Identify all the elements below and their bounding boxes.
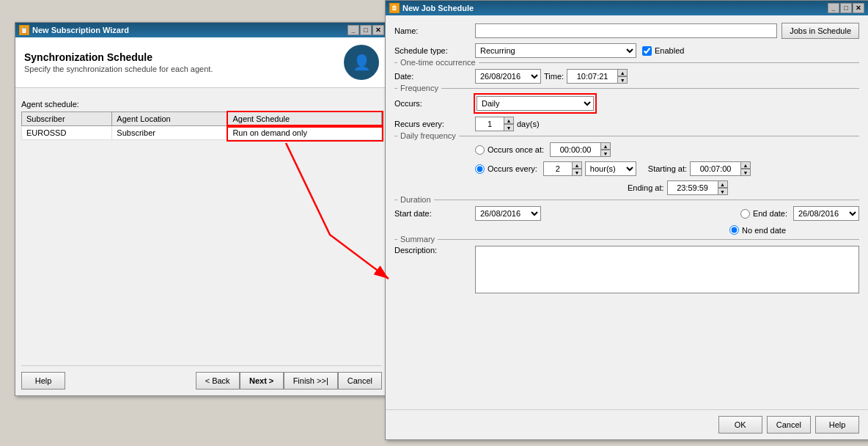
ending-input[interactable]	[667, 180, 718, 195]
recurs-input[interactable]	[475, 117, 504, 131]
occurs-label: Occurs:	[394, 99, 475, 108]
occurs-row: Occurs: Daily	[394, 95, 859, 112]
wizard-body: Agent schedule: Subscriber Agent Locatio…	[15, 94, 388, 152]
daily-frequency-label: Daily frequency	[397, 131, 459, 140]
occurs-every-down-btn[interactable]: ▼	[572, 169, 582, 176]
start-date-select[interactable]: 26/08/2016	[475, 206, 541, 221]
no-end-date-radio[interactable]	[729, 225, 739, 235]
wizard-header-icon: 👤	[344, 45, 379, 80]
ok-button[interactable]: OK	[718, 416, 762, 434]
name-label: Name:	[394, 26, 475, 35]
time-down-btn[interactable]: ▼	[617, 76, 628, 84]
job-minimize-btn[interactable]: _	[828, 3, 839, 13]
schedule-type-label: Schedule type:	[394, 46, 475, 55]
occurs-every-text: Occurs every:	[488, 164, 537, 173]
occurs-once-down-btn[interactable]: ▼	[600, 150, 611, 157]
cancel-button[interactable]: Cancel	[338, 372, 382, 390]
ending-up-btn[interactable]: ▲	[718, 180, 728, 188]
description-textarea[interactable]	[475, 246, 859, 293]
occurs-every-label: Occurs every:	[475, 164, 537, 174]
ending-down-btn[interactable]: ▼	[718, 188, 728, 195]
col-agent-schedule: Agent Schedule	[228, 112, 382, 126]
job-close-btn[interactable]: ✕	[853, 3, 864, 13]
starting-input[interactable]	[690, 161, 741, 176]
wizard-minimize-btn[interactable]: _	[347, 25, 359, 35]
ending-row: Ending at: ▲ ▼	[394, 180, 859, 195]
wizard-heading: Synchronization Schedule	[24, 51, 213, 63]
time-input[interactable]	[567, 69, 618, 84]
time-up-btn[interactable]: ▲	[617, 69, 628, 76]
cell-schedule: Run on demand only	[228, 126, 382, 140]
recurs-unit: day(s)	[517, 120, 540, 128]
occurs-every-up-btn[interactable]: ▲	[572, 161, 582, 169]
starting-label: Starting at:	[648, 164, 687, 173]
schedule-type-row: Schedule type: Recurring Enabled	[394, 43, 859, 58]
time-spinner: ▲ ▼	[617, 69, 628, 84]
enabled-checkbox[interactable]	[642, 46, 652, 56]
end-date-radio[interactable]	[740, 209, 750, 219]
no-end-date-text: No end date	[742, 226, 786, 235]
wizard-footer: Help < Back Next > Finish >>| Cancel	[21, 365, 382, 390]
agent-schedule-label: Agent schedule:	[21, 100, 382, 109]
ending-label: Ending at:	[628, 183, 664, 192]
no-end-date-label: No end date	[729, 225, 786, 235]
cell-location: Subscriber	[112, 126, 228, 140]
help-button[interactable]: Help	[21, 372, 65, 390]
job-maximize-btn[interactable]: □	[840, 3, 852, 13]
cell-subscriber: EUROSSD	[22, 126, 112, 140]
duration-label: Duration	[397, 195, 434, 204]
job-form: Name: Jobs in Schedule Schedule type: Re…	[386, 15, 868, 305]
start-date-label: Start date:	[394, 209, 475, 218]
enabled-label: Enabled	[655, 46, 684, 55]
wizard-icon: 📋	[19, 25, 29, 35]
occurs-once-up-btn[interactable]: ▲	[600, 142, 611, 150]
finish-button[interactable]: Finish >>|	[284, 372, 338, 390]
job-cancel-button[interactable]: Cancel	[767, 416, 811, 434]
starting-down-btn[interactable]: ▼	[740, 169, 751, 176]
end-date-text: End date:	[753, 209, 787, 218]
occurs-every-unit-select[interactable]: hour(s)	[585, 161, 636, 176]
occurs-every-spinner: ▲ ▼	[572, 161, 582, 176]
occurs-once-row: Occurs once at: ▲ ▼	[394, 142, 859, 157]
table-row[interactable]: EUROSSD Subscriber Run on demand only	[22, 126, 382, 140]
name-input[interactable]	[475, 23, 777, 38]
starting-spinner: ▲ ▼	[740, 161, 751, 176]
duration-row: Start date: 26/08/2016 End date: 26/08/2…	[394, 206, 859, 221]
job-schedule-window: 🗓 New Job Schedule _ □ ✕ Name: Jobs in S…	[385, 0, 868, 440]
end-date-select[interactable]: 26/08/2016	[793, 206, 859, 221]
recurs-label: Recurs every:	[394, 120, 475, 128]
occurs-once-spinner: ▲ ▼	[600, 142, 611, 157]
job-titlebar: 🗓 New Job Schedule _ □ ✕	[386, 1, 868, 15]
next-button[interactable]: Next >	[240, 372, 284, 390]
job-help-button[interactable]: Help	[815, 416, 859, 434]
back-button[interactable]: < Back	[196, 372, 240, 390]
schedule-table: Subscriber Agent Location Agent Schedule…	[21, 112, 382, 140]
ending-spinner: ▲ ▼	[718, 180, 728, 195]
starting-up-btn[interactable]: ▲	[740, 161, 751, 169]
frequency-label: Frequency	[397, 84, 441, 92]
time-label: Time:	[544, 72, 564, 81]
one-time-label: One-time occurrence	[397, 58, 479, 67]
occurs-once-radio[interactable]	[475, 145, 485, 155]
recurs-down-btn[interactable]: ▼	[504, 124, 514, 131]
occurs-once-input[interactable]	[550, 142, 601, 157]
job-controls: _ □ ✕	[828, 3, 864, 13]
occurs-every-radio[interactable]	[475, 164, 485, 174]
occurs-once-text: Occurs once at:	[488, 145, 544, 154]
jobs-in-schedule-btn[interactable]: Jobs in Schedule	[781, 23, 859, 39]
wizard-controls: _ □ ✕	[347, 25, 384, 35]
date-select[interactable]: 26/08/2016	[475, 69, 541, 84]
date-time-row: Date: 26/08/2016 Time: ▲ ▼	[394, 69, 859, 84]
schedule-type-select[interactable]: Recurring	[475, 43, 636, 58]
recurs-up-btn[interactable]: ▲	[504, 117, 514, 124]
occurs-once-label: Occurs once at:	[475, 145, 544, 155]
wizard-titlebar: 📋 New Subscription Wizard _ □ ✕	[15, 23, 388, 37]
wizard-title: New Subscription Wizard	[32, 26, 129, 34]
occurs-every-input[interactable]	[543, 161, 573, 176]
wizard-maximize-btn[interactable]: □	[360, 25, 372, 35]
col-agent-location: Agent Location	[112, 112, 228, 126]
no-end-date-row: No end date	[394, 225, 859, 235]
occurs-select[interactable]: Daily	[477, 96, 594, 111]
wizard-close-btn[interactable]: ✕	[372, 25, 384, 35]
recurs-row: Recurs every: ▲ ▼ day(s)	[394, 117, 859, 131]
